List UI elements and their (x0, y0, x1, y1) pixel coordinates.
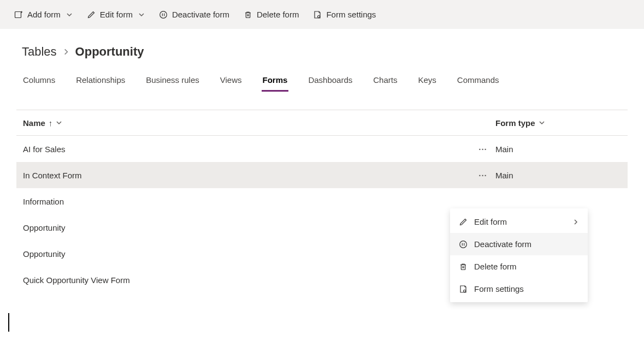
edit-icon (87, 10, 96, 19)
column-header-name-label: Name (23, 118, 45, 128)
deactivate-form-button[interactable]: Deactivate form (157, 7, 232, 22)
cell-name: AI for Sales (23, 145, 470, 154)
form-settings-icon (459, 285, 468, 293)
menu-item-label: Form settings (474, 284, 524, 293)
row-context-menu: Edit formDeactivate formDelete formForm … (450, 208, 588, 302)
edit-form-label: Edit form (100, 10, 133, 19)
table-row[interactable]: In Context Form···Main (16, 162, 628, 188)
tab-keys[interactable]: Keys (417, 71, 437, 92)
form-settings-label: Form settings (326, 10, 376, 19)
chevron-down-icon (66, 11, 73, 18)
cell-name: In Context Form (23, 171, 470, 180)
menu-item-label: Delete form (474, 262, 517, 271)
svg-point-3 (160, 11, 167, 18)
chevron-down-icon (56, 119, 62, 126)
menu-item-label: Deactivate form (474, 239, 531, 249)
menu-item-form-settings[interactable]: Form settings (450, 278, 588, 300)
entity-tabs: ColumnsRelationshipsBusiness rulesViewsF… (0, 59, 644, 92)
svg-point-14 (460, 241, 467, 248)
cell-formtype: Main (495, 145, 621, 154)
column-header-formtype-label: Form type (495, 118, 535, 128)
chevron-right-icon (572, 219, 579, 225)
svg-rect-0 (15, 11, 21, 17)
delete-form-label: Delete form (257, 10, 299, 19)
trash-icon (244, 10, 252, 19)
row-actions-button[interactable]: ··· (470, 145, 495, 154)
cell-name: Information (23, 197, 470, 206)
text-caret (8, 313, 9, 332)
table-header: Name ↑ Form type (16, 110, 628, 136)
tab-relationships[interactable]: Relationships (75, 71, 126, 92)
pause-circle-icon (459, 240, 468, 249)
form-settings-button[interactable]: Form settings (311, 7, 378, 22)
add-form-button[interactable]: Add form (12, 7, 75, 22)
cell-name: Opportunity (23, 249, 470, 259)
pause-circle-icon (159, 10, 168, 19)
column-header-name[interactable]: Name ↑ (23, 118, 495, 128)
add-form-label: Add form (27, 10, 61, 19)
chevron-right-icon (62, 48, 70, 56)
column-header-formtype[interactable]: Form type (495, 118, 621, 128)
tab-columns[interactable]: Columns (22, 71, 56, 92)
sort-asc-icon: ↑ (49, 118, 53, 128)
form-settings-icon (313, 10, 322, 19)
tab-commands[interactable]: Commands (456, 71, 500, 92)
command-bar: Add form Edit form Deactivate form (0, 0, 644, 29)
row-actions-button[interactable]: ··· (470, 171, 495, 180)
chevron-down-icon (138, 11, 145, 18)
tab-forms[interactable]: Forms (262, 71, 289, 92)
cell-formtype: Main (495, 171, 621, 180)
add-form-icon (14, 10, 23, 19)
tab-views[interactable]: Views (219, 71, 243, 92)
tab-dashboards[interactable]: Dashboards (307, 71, 353, 92)
deactivate-form-label: Deactivate form (172, 10, 229, 19)
tab-business-rules[interactable]: Business rules (145, 71, 200, 92)
delete-form-button[interactable]: Delete form (241, 7, 302, 22)
svg-rect-6 (246, 13, 250, 17)
breadcrumb-current: Opportunity (75, 45, 144, 59)
svg-point-20 (464, 290, 466, 292)
menu-item-deactivate-form[interactable]: Deactivate form (450, 233, 588, 255)
table-row[interactable]: AI for Sales···Main (16, 136, 628, 162)
edit-form-button[interactable]: Edit form (85, 7, 147, 22)
menu-item-edit-form[interactable]: Edit form (450, 211, 588, 233)
tab-charts[interactable]: Charts (372, 71, 398, 92)
breadcrumb: Tables Opportunity (0, 29, 644, 59)
cell-name: Opportunity (23, 223, 470, 232)
chevron-down-icon (539, 119, 545, 126)
trash-icon (459, 262, 468, 271)
breadcrumb-root[interactable]: Tables (22, 45, 57, 59)
svg-point-9 (318, 15, 320, 17)
edit-icon (459, 218, 468, 226)
menu-item-delete-form[interactable]: Delete form (450, 255, 588, 278)
svg-rect-17 (461, 265, 465, 269)
cell-name: Quick Opportunity View Form (23, 275, 470, 285)
menu-item-label: Edit form (474, 217, 507, 226)
